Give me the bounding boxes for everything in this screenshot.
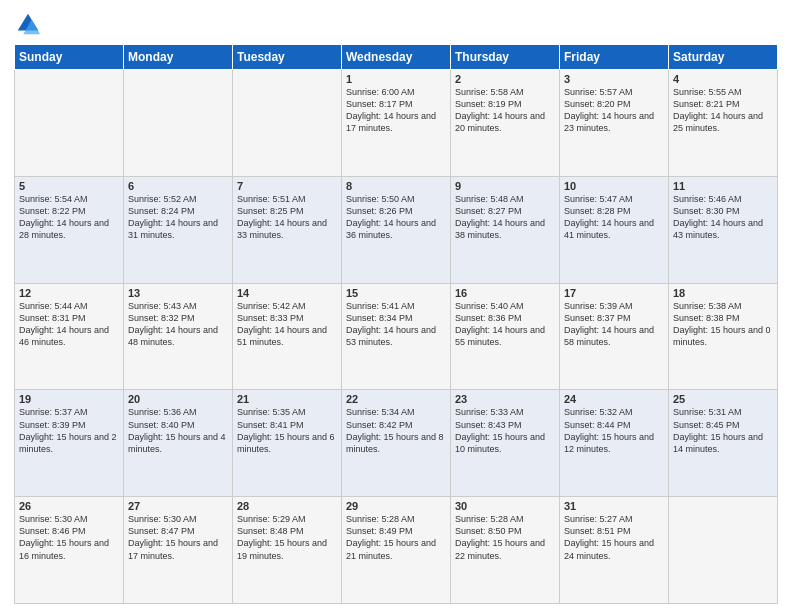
logo xyxy=(14,10,46,38)
header xyxy=(14,10,778,38)
day-cell: 23Sunrise: 5:33 AM Sunset: 8:43 PM Dayli… xyxy=(451,390,560,497)
day-info: Sunrise: 5:58 AM Sunset: 8:19 PM Dayligh… xyxy=(455,86,555,135)
weekday-header-friday: Friday xyxy=(560,45,669,70)
day-number: 22 xyxy=(346,393,446,405)
day-number: 31 xyxy=(564,500,664,512)
day-info: Sunrise: 5:38 AM Sunset: 8:38 PM Dayligh… xyxy=(673,300,773,349)
day-number: 21 xyxy=(237,393,337,405)
day-info: Sunrise: 5:31 AM Sunset: 8:45 PM Dayligh… xyxy=(673,406,773,455)
day-cell: 28Sunrise: 5:29 AM Sunset: 8:48 PM Dayli… xyxy=(233,497,342,604)
day-info: Sunrise: 5:51 AM Sunset: 8:25 PM Dayligh… xyxy=(237,193,337,242)
week-row-5: 26Sunrise: 5:30 AM Sunset: 8:46 PM Dayli… xyxy=(15,497,778,604)
day-number: 23 xyxy=(455,393,555,405)
day-number: 5 xyxy=(19,180,119,192)
day-number: 12 xyxy=(19,287,119,299)
day-info: Sunrise: 5:42 AM Sunset: 8:33 PM Dayligh… xyxy=(237,300,337,349)
day-info: Sunrise: 5:33 AM Sunset: 8:43 PM Dayligh… xyxy=(455,406,555,455)
day-cell: 4Sunrise: 5:55 AM Sunset: 8:21 PM Daylig… xyxy=(669,70,778,177)
day-info: Sunrise: 5:28 AM Sunset: 8:49 PM Dayligh… xyxy=(346,513,446,562)
day-cell: 27Sunrise: 5:30 AM Sunset: 8:47 PM Dayli… xyxy=(124,497,233,604)
day-number: 20 xyxy=(128,393,228,405)
day-cell: 24Sunrise: 5:32 AM Sunset: 8:44 PM Dayli… xyxy=(560,390,669,497)
day-info: Sunrise: 5:34 AM Sunset: 8:42 PM Dayligh… xyxy=(346,406,446,455)
day-cell: 10Sunrise: 5:47 AM Sunset: 8:28 PM Dayli… xyxy=(560,176,669,283)
day-cell: 12Sunrise: 5:44 AM Sunset: 8:31 PM Dayli… xyxy=(15,283,124,390)
day-info: Sunrise: 5:50 AM Sunset: 8:26 PM Dayligh… xyxy=(346,193,446,242)
day-info: Sunrise: 5:40 AM Sunset: 8:36 PM Dayligh… xyxy=(455,300,555,349)
day-info: Sunrise: 5:32 AM Sunset: 8:44 PM Dayligh… xyxy=(564,406,664,455)
day-cell xyxy=(15,70,124,177)
week-row-4: 19Sunrise: 5:37 AM Sunset: 8:39 PM Dayli… xyxy=(15,390,778,497)
day-number: 30 xyxy=(455,500,555,512)
day-info: Sunrise: 5:36 AM Sunset: 8:40 PM Dayligh… xyxy=(128,406,228,455)
day-cell: 21Sunrise: 5:35 AM Sunset: 8:41 PM Dayli… xyxy=(233,390,342,497)
day-cell: 8Sunrise: 5:50 AM Sunset: 8:26 PM Daylig… xyxy=(342,176,451,283)
weekday-header-row: SundayMondayTuesdayWednesdayThursdayFrid… xyxy=(15,45,778,70)
day-cell: 17Sunrise: 5:39 AM Sunset: 8:37 PM Dayli… xyxy=(560,283,669,390)
day-cell: 13Sunrise: 5:43 AM Sunset: 8:32 PM Dayli… xyxy=(124,283,233,390)
day-number: 2 xyxy=(455,73,555,85)
day-cell: 5Sunrise: 5:54 AM Sunset: 8:22 PM Daylig… xyxy=(15,176,124,283)
week-row-2: 5Sunrise: 5:54 AM Sunset: 8:22 PM Daylig… xyxy=(15,176,778,283)
day-cell: 14Sunrise: 5:42 AM Sunset: 8:33 PM Dayli… xyxy=(233,283,342,390)
day-number: 15 xyxy=(346,287,446,299)
day-cell: 31Sunrise: 5:27 AM Sunset: 8:51 PM Dayli… xyxy=(560,497,669,604)
day-info: Sunrise: 5:30 AM Sunset: 8:46 PM Dayligh… xyxy=(19,513,119,562)
day-cell: 3Sunrise: 5:57 AM Sunset: 8:20 PM Daylig… xyxy=(560,70,669,177)
day-number: 28 xyxy=(237,500,337,512)
day-info: Sunrise: 5:35 AM Sunset: 8:41 PM Dayligh… xyxy=(237,406,337,455)
day-info: Sunrise: 5:52 AM Sunset: 8:24 PM Dayligh… xyxy=(128,193,228,242)
day-number: 25 xyxy=(673,393,773,405)
day-number: 16 xyxy=(455,287,555,299)
day-info: Sunrise: 5:41 AM Sunset: 8:34 PM Dayligh… xyxy=(346,300,446,349)
day-cell: 16Sunrise: 5:40 AM Sunset: 8:36 PM Dayli… xyxy=(451,283,560,390)
day-number: 8 xyxy=(346,180,446,192)
day-info: Sunrise: 5:27 AM Sunset: 8:51 PM Dayligh… xyxy=(564,513,664,562)
day-cell: 26Sunrise: 5:30 AM Sunset: 8:46 PM Dayli… xyxy=(15,497,124,604)
weekday-header-thursday: Thursday xyxy=(451,45,560,70)
day-number: 19 xyxy=(19,393,119,405)
day-info: Sunrise: 5:46 AM Sunset: 8:30 PM Dayligh… xyxy=(673,193,773,242)
day-info: Sunrise: 5:29 AM Sunset: 8:48 PM Dayligh… xyxy=(237,513,337,562)
day-info: Sunrise: 5:43 AM Sunset: 8:32 PM Dayligh… xyxy=(128,300,228,349)
day-number: 17 xyxy=(564,287,664,299)
page: SundayMondayTuesdayWednesdayThursdayFrid… xyxy=(0,0,792,612)
day-cell: 6Sunrise: 5:52 AM Sunset: 8:24 PM Daylig… xyxy=(124,176,233,283)
day-cell: 11Sunrise: 5:46 AM Sunset: 8:30 PM Dayli… xyxy=(669,176,778,283)
week-row-1: 1Sunrise: 6:00 AM Sunset: 8:17 PM Daylig… xyxy=(15,70,778,177)
day-info: Sunrise: 6:00 AM Sunset: 8:17 PM Dayligh… xyxy=(346,86,446,135)
day-number: 7 xyxy=(237,180,337,192)
day-info: Sunrise: 5:37 AM Sunset: 8:39 PM Dayligh… xyxy=(19,406,119,455)
day-number: 26 xyxy=(19,500,119,512)
weekday-header-tuesday: Tuesday xyxy=(233,45,342,70)
weekday-header-sunday: Sunday xyxy=(15,45,124,70)
day-info: Sunrise: 5:48 AM Sunset: 8:27 PM Dayligh… xyxy=(455,193,555,242)
day-number: 11 xyxy=(673,180,773,192)
day-info: Sunrise: 5:39 AM Sunset: 8:37 PM Dayligh… xyxy=(564,300,664,349)
weekday-header-saturday: Saturday xyxy=(669,45,778,70)
day-number: 24 xyxy=(564,393,664,405)
day-info: Sunrise: 5:54 AM Sunset: 8:22 PM Dayligh… xyxy=(19,193,119,242)
day-cell xyxy=(233,70,342,177)
day-number: 13 xyxy=(128,287,228,299)
day-number: 10 xyxy=(564,180,664,192)
day-number: 3 xyxy=(564,73,664,85)
day-info: Sunrise: 5:47 AM Sunset: 8:28 PM Dayligh… xyxy=(564,193,664,242)
calendar-table: SundayMondayTuesdayWednesdayThursdayFrid… xyxy=(14,44,778,604)
day-number: 9 xyxy=(455,180,555,192)
day-cell: 7Sunrise: 5:51 AM Sunset: 8:25 PM Daylig… xyxy=(233,176,342,283)
day-cell xyxy=(124,70,233,177)
day-info: Sunrise: 5:55 AM Sunset: 8:21 PM Dayligh… xyxy=(673,86,773,135)
day-number: 1 xyxy=(346,73,446,85)
day-cell: 29Sunrise: 5:28 AM Sunset: 8:49 PM Dayli… xyxy=(342,497,451,604)
day-cell: 2Sunrise: 5:58 AM Sunset: 8:19 PM Daylig… xyxy=(451,70,560,177)
day-cell: 20Sunrise: 5:36 AM Sunset: 8:40 PM Dayli… xyxy=(124,390,233,497)
week-row-3: 12Sunrise: 5:44 AM Sunset: 8:31 PM Dayli… xyxy=(15,283,778,390)
day-number: 14 xyxy=(237,287,337,299)
day-info: Sunrise: 5:28 AM Sunset: 8:50 PM Dayligh… xyxy=(455,513,555,562)
day-cell: 19Sunrise: 5:37 AM Sunset: 8:39 PM Dayli… xyxy=(15,390,124,497)
day-cell: 25Sunrise: 5:31 AM Sunset: 8:45 PM Dayli… xyxy=(669,390,778,497)
day-cell xyxy=(669,497,778,604)
logo-icon xyxy=(14,10,42,38)
day-number: 6 xyxy=(128,180,228,192)
